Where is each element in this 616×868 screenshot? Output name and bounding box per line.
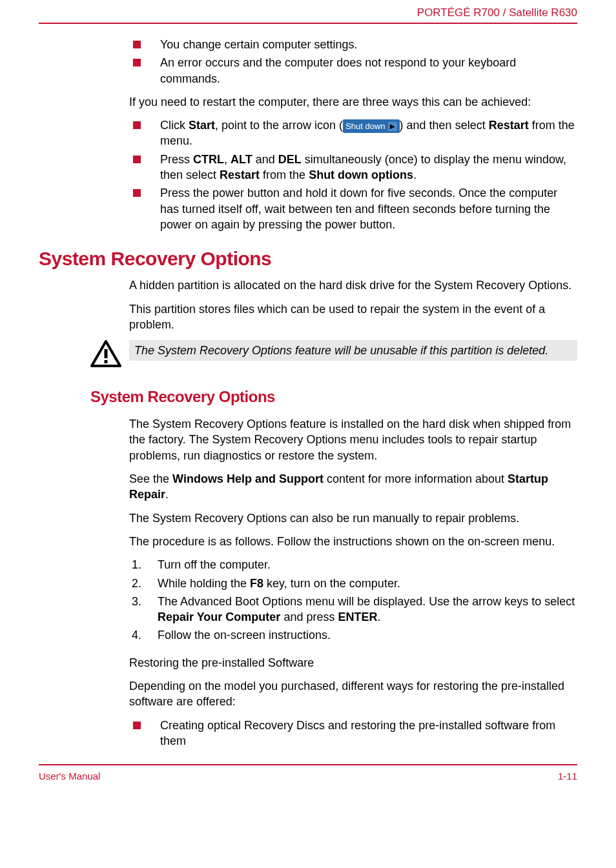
paragraph: The System Recovery Options can also be … — [129, 510, 577, 526]
bold-text: Restart — [220, 168, 260, 181]
shutdown-button-image: Shut down▶ — [343, 119, 399, 134]
text: from the — [260, 168, 309, 181]
svg-rect-2 — [105, 360, 108, 363]
text: . — [165, 488, 169, 501]
list-item: The Advanced Boot Options menu will be d… — [145, 594, 577, 625]
bold-text: Windows Help and Support — [172, 472, 323, 485]
callout-text: The System Recovery Options feature will… — [129, 340, 577, 361]
list-item: While holding the F8 key, turn on the co… — [145, 576, 577, 591]
bold-text: CTRL — [193, 153, 224, 166]
restore-list: Creating optical Recovery Discs and rest… — [129, 718, 577, 749]
paragraph: See the Windows Help and Support content… — [129, 471, 577, 503]
steps-list: Turn off the computer. While holding the… — [129, 557, 577, 643]
list-item-text: Creating optical Recovery Discs and rest… — [160, 719, 555, 747]
bold-text: ALT — [231, 153, 252, 166]
bold-text: F8 — [250, 577, 263, 590]
list-item: Creating optical Recovery Discs and rest… — [129, 718, 577, 749]
header-divider — [39, 23, 577, 24]
footer-left: User's Manual — [39, 771, 100, 782]
text: . — [413, 168, 416, 181]
text: and press — [280, 611, 338, 623]
page-footer: User's Manual 1-11 — [39, 764, 577, 794]
footer-right: 1-11 — [558, 771, 577, 782]
bold-text: ENTER — [338, 611, 377, 623]
text: The Advanced Boot Options menu will be d… — [158, 595, 575, 608]
text: Click — [160, 119, 189, 132]
restore-subtitle: Restoring the pre-installed Software — [129, 655, 577, 671]
arrow-icon: ▶ — [388, 122, 397, 131]
list-item: Press the power button and hold it down … — [129, 185, 577, 232]
list-item: Turn off the computer. — [145, 557, 577, 572]
list-item-text: Turn off the computer. — [158, 558, 271, 571]
warning-callout: The System Recovery Options feature will… — [129, 340, 577, 367]
warning-icon — [90, 340, 121, 367]
text: key, turn on the computer. — [263, 577, 400, 590]
subsection-heading: System Recovery Options — [90, 388, 577, 406]
intro-paragraph: If you need to restart the computer, the… — [129, 94, 577, 110]
section-heading-1: System Recovery Options — [39, 248, 577, 270]
paragraph: This partition stores files which can be… — [129, 301, 577, 333]
list-item-text: You change certain computer settings. — [160, 38, 358, 51]
bold-text: DEL — [278, 153, 302, 166]
list-item: Click Start, point to the arrow icon (Sh… — [129, 117, 577, 149]
paragraph: The System Recovery Options feature is i… — [129, 416, 577, 463]
svg-rect-1 — [105, 349, 108, 358]
intro-list-1: You change certain computer settings. An… — [129, 37, 577, 86]
bold-text: Shut down options — [309, 168, 413, 181]
text: content for more information about — [323, 472, 508, 485]
list-item: Press CTRL, ALT and DEL simultaneously (… — [129, 152, 577, 183]
paragraph: The procedure is as follows. Follow the … — [129, 534, 577, 549]
paragraph: Depending on the model you purchased, di… — [129, 678, 577, 710]
bold-text: Start — [189, 119, 215, 132]
text: Press — [160, 153, 193, 166]
text: While holding the — [158, 577, 250, 590]
shutdown-label: Shut down — [345, 121, 385, 131]
bold-text: Restart — [489, 119, 529, 132]
list-item-text: An error occurs and the computer does no… — [160, 56, 516, 85]
list-item-text: Press the power button and hold it down … — [160, 187, 557, 231]
list-item: You change certain computer settings. — [129, 37, 577, 52]
list-item-text: Follow the on-screen instructions. — [158, 629, 331, 641]
text: and — [252, 153, 278, 166]
header-product-text: PORTÉGÉ R700 / Satellite R630 — [417, 6, 577, 19]
paragraph: A hidden partition is allocated on the h… — [129, 278, 577, 293]
list-item: Follow the on-screen instructions. — [145, 627, 577, 643]
text: ) and then select — [400, 119, 489, 132]
text: . — [377, 611, 380, 623]
intro-list-2: Click Start, point to the arrow icon (Sh… — [129, 117, 577, 232]
bold-text: Repair Your Computer — [158, 611, 280, 623]
text: , point to the arrow icon ( — [215, 119, 343, 132]
page-header: PORTÉGÉ R700 / Satellite R630 — [39, 0, 577, 23]
list-item: An error occurs and the computer does no… — [129, 55, 577, 86]
text: , — [224, 153, 231, 166]
text: See the — [129, 472, 172, 485]
